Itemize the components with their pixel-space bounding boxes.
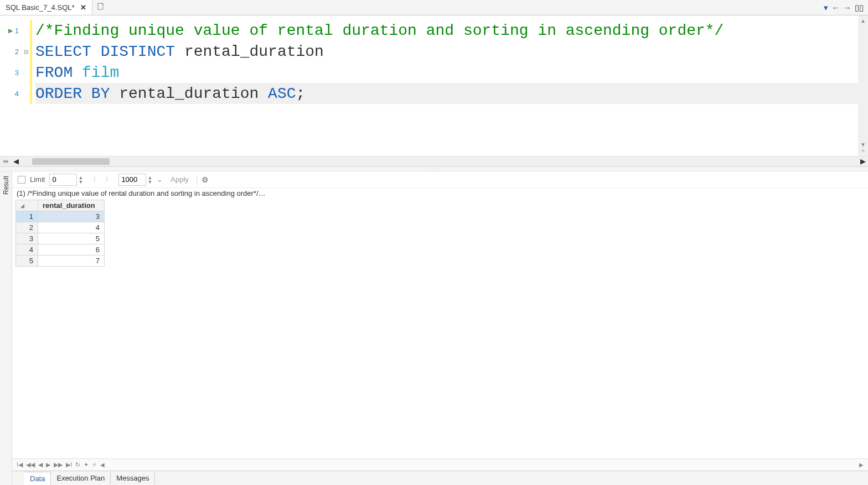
- close-tab-icon[interactable]: ✕: [80, 3, 86, 12]
- code-area[interactable]: /*Finding unique value of rental duratio…: [32, 15, 858, 156]
- refresh-icon[interactable]: ↻: [75, 461, 80, 468]
- tab-bar: SQL Basic_7_4.SQL* ✕ ▾ ← → ▯▯: [0, 0, 868, 15]
- prev-page-icon[interactable]: 〈: [87, 175, 99, 184]
- limit-checkbox[interactable]: [18, 176, 25, 184]
- dropdown-icon[interactable]: ▾: [824, 3, 828, 13]
- line-number: 3: [0, 62, 22, 83]
- grid-nav-bar: I◀ ◀◀ ◀ ▶ ▶▶ ▶I ↻ ✦ ✧ ◀ ▶: [12, 458, 868, 471]
- code-line[interactable]: SELECT DISTINCT rental_duration: [35, 41, 858, 62]
- scroll-up-icon[interactable]: ▲: [860, 18, 866, 24]
- query-summary: (1) /*Finding unique value of rental dur…: [12, 188, 868, 200]
- panel-splitter[interactable]: ::::: [0, 166, 868, 171]
- editor-vertical-scrollbar[interactable]: ▲ ▼ ÷: [858, 15, 868, 156]
- fold-spacer: [22, 20, 30, 41]
- table-row[interactable]: 2 4: [16, 222, 105, 233]
- cell[interactable]: 4: [38, 222, 105, 233]
- line-number: 1: [0, 20, 22, 41]
- limit-label: Limit: [30, 175, 45, 184]
- file-tab-title: SQL Basic_7_4.SQL*: [6, 3, 75, 12]
- fold-column: ⊟: [22, 15, 30, 156]
- code-line[interactable]: ORDER BY rental_duration ASC;: [35, 83, 858, 104]
- scroll-track[interactable]: [21, 158, 858, 165]
- gear-icon[interactable]: ⚙: [202, 175, 209, 184]
- new-tab-icon[interactable]: [92, 3, 109, 12]
- bottom-tabs: Data Execution Plan Messages: [12, 471, 868, 485]
- row-number: 4: [16, 244, 38, 255]
- separator: [197, 175, 197, 185]
- split-v-icon[interactable]: ÷: [861, 148, 865, 154]
- tab-messages[interactable]: Messages: [111, 472, 155, 484]
- row-number: 5: [16, 255, 38, 267]
- cell[interactable]: 7: [38, 255, 105, 267]
- row-header[interactable]: [16, 200, 38, 211]
- prev-icon[interactable]: ◀: [38, 461, 43, 468]
- pagesize-input[interactable]: [118, 174, 146, 186]
- spin-down-icon[interactable]: ▼: [147, 180, 152, 184]
- result-tab-label: Result: [2, 176, 10, 195]
- next-page-icon[interactable]: 〉: [103, 175, 114, 184]
- wand-icon[interactable]: ✧: [92, 461, 97, 468]
- spin-down-icon[interactable]: ▼: [78, 180, 83, 184]
- table-row[interactable]: 4 6: [16, 244, 105, 255]
- line-number: 2: [0, 41, 22, 62]
- result-grid[interactable]: rental_duration 1 3 2 4 3 5: [16, 200, 105, 267]
- last-icon[interactable]: ▶I: [66, 461, 72, 468]
- dropdown-icon[interactable]: ⌄: [157, 175, 163, 184]
- tab-execution-plan[interactable]: Execution Plan: [51, 472, 111, 484]
- scroll-right-icon[interactable]: ▶: [859, 462, 864, 468]
- next-icon[interactable]: ▶: [46, 461, 50, 468]
- column-header[interactable]: rental_duration: [38, 200, 105, 211]
- editor-horizontal-scrollbar[interactable]: ⇹ ◀ ▶: [0, 157, 868, 166]
- apply-button[interactable]: Apply: [167, 174, 192, 185]
- code-line[interactable]: /*Finding unique value of rental duratio…: [35, 20, 858, 41]
- scroll-left-icon[interactable]: ◀: [100, 462, 105, 468]
- top-right-toolbar: ▾ ← → ▯▯: [824, 3, 868, 13]
- back-icon[interactable]: ←: [831, 3, 840, 12]
- svg-rect-0: [98, 3, 103, 9]
- line-number: 4: [0, 83, 22, 104]
- code-line[interactable]: FROM film: [35, 62, 858, 83]
- cell[interactable]: 5: [38, 233, 105, 244]
- split-h-icon[interactable]: ⇹: [0, 157, 11, 165]
- row-number: 1: [16, 211, 38, 222]
- cell[interactable]: 3: [38, 211, 105, 222]
- result-body: Limit ▲▼ 〈 〉 ▲▼ ⌄ Apply ⚙ (1) /*Finding …: [12, 171, 868, 485]
- scroll-down-icon[interactable]: ▼: [860, 142, 866, 148]
- next-page-icon[interactable]: ▶▶: [54, 461, 63, 468]
- forward-icon[interactable]: →: [843, 3, 851, 12]
- prev-page-icon[interactable]: ◀◀: [26, 461, 35, 468]
- result-vertical-tab[interactable]: Result: [0, 171, 12, 485]
- fold-toggle-icon[interactable]: ⊟: [22, 41, 30, 62]
- row-number: 2: [16, 222, 38, 233]
- table-row[interactable]: 1 3: [16, 211, 105, 222]
- result-grid-wrap: rental_duration 1 3 2 4 3 5: [12, 200, 868, 458]
- row-number: 3: [16, 233, 38, 244]
- layout-icon[interactable]: ▯▯: [855, 3, 864, 13]
- scroll-thumb[interactable]: [32, 158, 110, 165]
- line-gutter: 1 2 3 4: [0, 15, 22, 156]
- tab-data[interactable]: Data: [24, 472, 51, 485]
- sql-editor: 1 2 3 4 ⊟ /*Finding unique value of rent…: [0, 15, 868, 157]
- result-toolbar: Limit ▲▼ 〈 〉 ▲▼ ⌄ Apply ⚙: [12, 171, 868, 188]
- cell[interactable]: 6: [38, 244, 105, 255]
- add-icon[interactable]: ✦: [84, 461, 89, 468]
- result-panel: Result Limit ▲▼ 〈 〉 ▲▼ ⌄ Apply ⚙ (1) /*F…: [0, 171, 868, 485]
- nav-scrollbar[interactable]: ◀ ▶: [100, 462, 864, 468]
- table-row[interactable]: 5 7: [16, 255, 105, 267]
- file-tab[interactable]: SQL Basic_7_4.SQL* ✕: [0, 0, 92, 15]
- scroll-left-icon[interactable]: ◀: [11, 157, 21, 165]
- scroll-right-icon[interactable]: ▶: [858, 157, 868, 165]
- table-row[interactable]: 3 5: [16, 233, 105, 244]
- limit-input[interactable]: [49, 174, 77, 186]
- first-icon[interactable]: I◀: [17, 461, 23, 468]
